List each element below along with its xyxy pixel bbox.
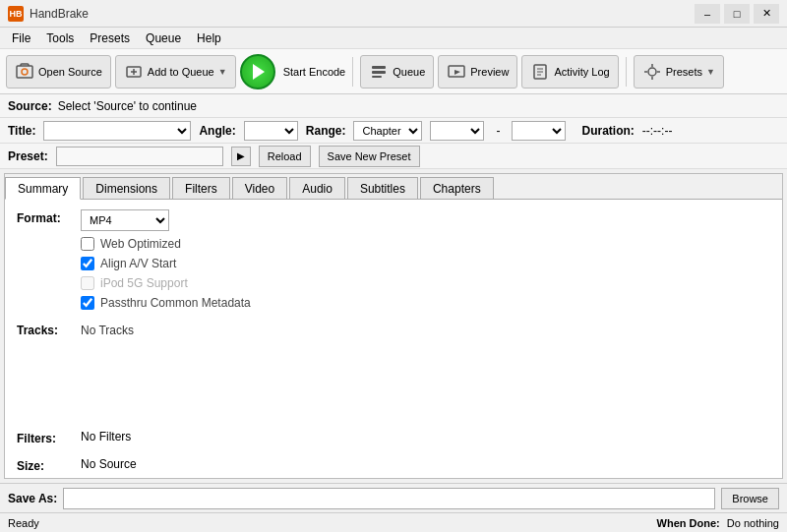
size-label: Size: (17, 457, 81, 473)
minimize-button[interactable]: – (695, 4, 720, 24)
save-as-label: Save As: (8, 492, 57, 505)
web-optimized-row: Web Optimized (81, 237, 770, 251)
duration-value: --:--:-- (642, 124, 673, 138)
presets-dropdown-arrow: ▼ (706, 67, 715, 77)
preview-icon (447, 62, 466, 82)
presets-icon (642, 62, 662, 82)
format-content: MP4 MKV WebM Web Optimized Align A/V Sta… (81, 209, 770, 310)
when-done-label: When Done: (657, 517, 720, 529)
tracks-row: Tracks: No Tracks (17, 322, 770, 400)
range-select[interactable]: Chapters (353, 121, 422, 141)
menu-bar: File Tools Presets Queue Help (0, 28, 787, 49)
source-label: Source: (8, 99, 52, 113)
chapter-dash: - (492, 124, 504, 138)
save-new-preset-button[interactable]: Save New Preset (319, 146, 420, 167)
chapter-start-select[interactable] (430, 121, 484, 141)
activity-log-icon (530, 62, 550, 82)
tab-content: Format: MP4 MKV WebM Web Optimized Align… (5, 200, 782, 478)
size-value: No Source (81, 457, 137, 471)
when-done: When Done: Do nothing (657, 517, 779, 529)
menu-help[interactable]: Help (189, 30, 229, 47)
toolbar-separator-2 (626, 57, 627, 87)
range-label: Range: (306, 124, 346, 138)
preset-input[interactable]: Fast 1080p30 (56, 147, 223, 166)
browse-button[interactable]: Browse (721, 488, 779, 509)
tracks-label: Tracks: (17, 322, 81, 337)
source-bar: Source: Select 'Source' to continue (0, 94, 787, 118)
filters-content: No Filters (81, 430, 770, 443)
status-bar: Ready When Done: Do nothing (0, 512, 787, 532)
main-content: Summary Dimensions Filters Video Audio S… (4, 173, 783, 479)
menu-presets[interactable]: Presets (82, 30, 138, 47)
passthru-row: Passthru Common Metadata (81, 296, 770, 310)
menu-queue[interactable]: Queue (138, 30, 189, 47)
tracks-value: No Tracks (81, 324, 134, 337)
svg-point-1 (22, 69, 28, 75)
start-encode-label: Start Encode (283, 66, 346, 78)
open-source-button[interactable]: Open Source (6, 55, 111, 89)
toolbar: Open Source Add to Queue ▼ Start Encode … (0, 49, 787, 94)
when-done-value: Do nothing (727, 517, 779, 529)
angle-label: Angle: (199, 124, 235, 138)
svg-rect-0 (17, 66, 32, 78)
tab-chapters[interactable]: Chapters (420, 177, 494, 199)
filters-value: No Filters (81, 430, 131, 443)
format-label: Format: (17, 209, 81, 225)
preview-label: Preview (470, 66, 509, 78)
align-av-checkbox[interactable] (81, 257, 94, 270)
svg-rect-6 (372, 71, 386, 74)
passthru-checkbox[interactable] (81, 296, 94, 310)
presets-label: Presets (666, 66, 702, 78)
filters-row: Filters: No Filters (17, 430, 770, 445)
add-to-queue-button[interactable]: Add to Queue ▼ (115, 55, 236, 89)
align-av-label: Align A/V Start (100, 257, 176, 270)
tab-subtitles[interactable]: Subtitles (347, 177, 418, 199)
window-controls: – □ ✕ (695, 4, 779, 24)
tracks-content: No Tracks (81, 322, 134, 400)
reload-button[interactable]: Reload (259, 146, 311, 167)
format-select[interactable]: MP4 MKV WebM (81, 209, 169, 231)
menu-file[interactable]: File (4, 30, 38, 47)
ipod-row: iPod 5G Support (81, 276, 770, 290)
maximize-button[interactable]: □ (724, 4, 750, 24)
angle-select[interactable] (244, 121, 298, 141)
web-optimized-label: Web Optimized (100, 237, 181, 251)
queue-icon (369, 62, 389, 82)
save-as-input[interactable] (63, 488, 715, 509)
preset-arrow-button[interactable]: ▶ (231, 147, 251, 166)
ready-status: Ready (8, 517, 39, 529)
add-to-queue-icon (124, 62, 144, 82)
title-label: Title: (8, 124, 35, 138)
svg-rect-5 (372, 66, 386, 69)
activity-log-button[interactable]: Activity Log (521, 55, 618, 89)
queue-label: Queue (393, 66, 425, 78)
close-button[interactable]: ✕ (754, 4, 779, 24)
save-bar: Save As: Browse (0, 483, 787, 512)
menu-tools[interactable]: Tools (38, 30, 82, 47)
tab-filters[interactable]: Filters (172, 177, 230, 199)
queue-button[interactable]: Queue (360, 55, 434, 89)
size-row: Size: No Source (17, 457, 770, 473)
presets-button[interactable]: Presets ▼ (634, 55, 724, 89)
ipod-checkbox[interactable] (81, 276, 94, 290)
add-to-queue-label: Add to Queue (148, 66, 214, 78)
tab-dimensions[interactable]: Dimensions (83, 177, 170, 199)
svg-rect-7 (372, 76, 382, 78)
start-encode-button[interactable] (240, 54, 275, 89)
ipod-label: iPod 5G Support (100, 276, 188, 290)
tab-audio[interactable]: Audio (289, 177, 345, 199)
open-source-label: Open Source (38, 66, 102, 78)
passthru-label: Passthru Common Metadata (100, 296, 251, 310)
web-optimized-checkbox[interactable] (81, 237, 94, 251)
preset-label: Preset: (8, 149, 48, 163)
size-content: No Source (81, 457, 770, 471)
toolbar-separator-1 (352, 57, 353, 87)
format-row: Format: MP4 MKV WebM Web Optimized Align… (17, 209, 770, 310)
title-select[interactable] (43, 121, 191, 141)
tab-summary[interactable]: Summary (5, 177, 81, 200)
filters-label: Filters: (17, 430, 81, 445)
chapter-end-select[interactable] (512, 121, 566, 141)
tab-video[interactable]: Video (232, 177, 287, 199)
source-message: Select 'Source' to continue (58, 99, 197, 113)
preview-button[interactable]: Preview (438, 55, 517, 89)
